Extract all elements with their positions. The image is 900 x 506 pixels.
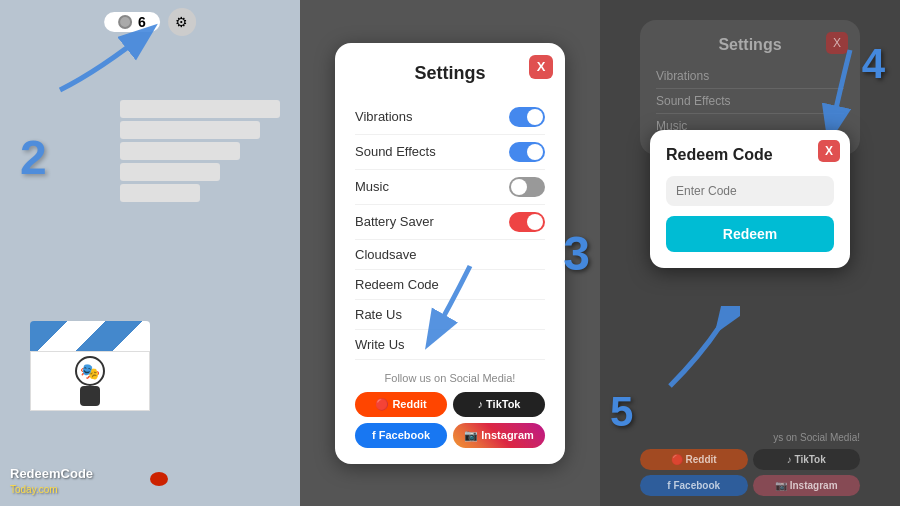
character: 🎭 [70, 356, 110, 406]
redeem-close-button[interactable]: X [818, 140, 840, 162]
bg-facebook-button: f Facebook [640, 475, 748, 496]
enter-code-input[interactable] [666, 176, 834, 206]
sound-effects-toggle[interactable] [509, 142, 545, 162]
vibrations-toggle[interactable] [509, 107, 545, 127]
settings-row-cloudsave: Cloudsave [355, 240, 545, 270]
vibrations-label: Vibrations [355, 109, 413, 124]
instagram-button[interactable]: 📷 Instagram [453, 423, 545, 448]
bg-reddit-button: 🔴 Reddit [640, 449, 748, 470]
rate-us-label: Rate Us [355, 307, 402, 322]
facebook-button[interactable]: f Facebook [355, 423, 447, 448]
game-panel: 6 ⚙ 🎭 2 [0, 0, 300, 506]
redeem-panel: Settings X Vibrations Sound Effects Musi… [600, 0, 900, 506]
social-section-background: ys on Social Media! 🔴 Reddit ♪ TikTok f … [640, 432, 860, 496]
watermark: RedeemCode Today.com [10, 466, 93, 496]
bg-tiktok-button: ♪ TikTok [753, 449, 861, 470]
building-awning [30, 321, 150, 351]
char-head: 🎭 [75, 356, 105, 386]
arrow-2 [40, 10, 170, 100]
social-label: Follow us on Social Media! [355, 372, 545, 384]
bg-row-vibrations: Vibrations [656, 64, 844, 89]
bg-row-sound-effects: Sound Effects [656, 89, 844, 114]
settings-modal: Settings X Vibrations Sound Effects Musi… [335, 43, 565, 464]
bg-instagram-button: 📷 Instagram [753, 475, 861, 496]
reddit-button[interactable]: 🔴 Reddit [355, 392, 447, 417]
platform-3 [120, 142, 240, 160]
cloudsave-label: Cloudsave [355, 247, 416, 262]
char-body [80, 386, 100, 406]
battery-saver-label: Battery Saver [355, 214, 434, 229]
settings-row-music: Music [355, 170, 545, 205]
redeem-submit-button[interactable]: Redeem [666, 216, 834, 252]
settings-row-rate-us[interactable]: Rate Us [355, 300, 545, 330]
settings-title: Settings [355, 63, 545, 84]
settings-panel: Settings X Vibrations Sound Effects Musi… [300, 0, 600, 506]
social-grid: 🔴 Reddit ♪ TikTok f Facebook 📷 Instagram [355, 392, 545, 448]
game-scene: 🎭 2 [0, 0, 300, 506]
sound-effects-label: Sound Effects [355, 144, 436, 159]
battery-saver-toggle[interactable] [509, 212, 545, 232]
settings-row-sound-effects: Sound Effects [355, 135, 545, 170]
step-platforms [120, 100, 280, 202]
step-number-3: 3 [563, 226, 590, 281]
social-grid-background: 🔴 Reddit ♪ TikTok f Facebook 📷 Instagram [640, 449, 860, 496]
step-number-2: 2 [20, 130, 47, 185]
settings-close-button[interactable]: X [529, 55, 553, 79]
step-number-5: 5 [610, 388, 633, 436]
music-label: Music [355, 179, 389, 194]
boxing-glove [150, 472, 168, 486]
social-label-bg: ys on Social Media! [640, 432, 860, 443]
building-body: 🎭 [30, 351, 150, 411]
arrow-5 [640, 306, 740, 396]
settings-row-redeem-code[interactable]: Redeem Code [355, 270, 545, 300]
game-building: 🎭 [30, 321, 150, 411]
redeem-code-label: Redeem Code [355, 277, 439, 292]
platform-1 [120, 100, 280, 118]
music-toggle[interactable] [509, 177, 545, 197]
settings-row-vibrations: Vibrations [355, 100, 545, 135]
settings-row-write-us[interactable]: Write Us [355, 330, 545, 360]
settings-row-battery-saver: Battery Saver [355, 205, 545, 240]
platform-5 [120, 184, 200, 202]
step-number-4: 4 [862, 40, 885, 88]
bg-close-button: X [826, 32, 848, 54]
redeem-modal: Redeem Code X Redeem [650, 130, 850, 268]
redeem-modal-title: Redeem Code [666, 146, 834, 164]
write-us-label: Write Us [355, 337, 405, 352]
tiktok-button[interactable]: ♪ TikTok [453, 392, 545, 417]
social-section: Follow us on Social Media! 🔴 Reddit ♪ Ti… [355, 372, 545, 448]
bg-settings-title: Settings [656, 36, 844, 54]
platform-2 [120, 121, 260, 139]
platform-4 [120, 163, 220, 181]
